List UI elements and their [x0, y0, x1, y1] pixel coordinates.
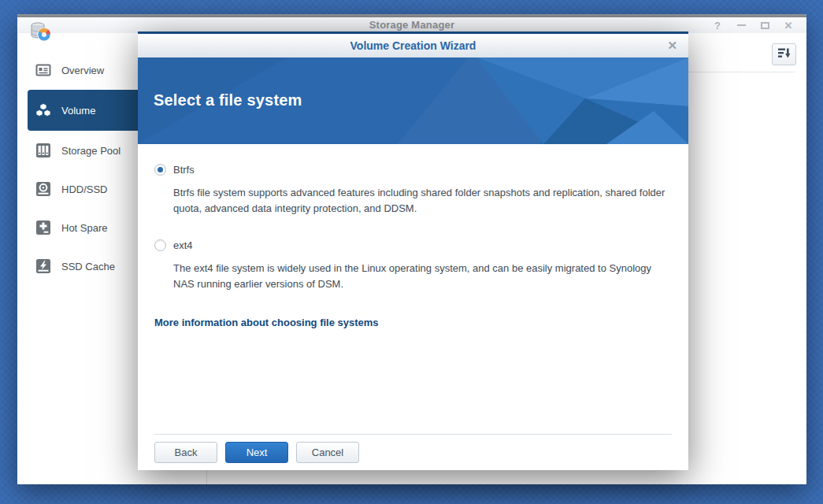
hot-spare-plus-icon [35, 220, 51, 235]
radio-btrfs-icon[interactable] [154, 164, 166, 176]
storage-pool-icon [35, 143, 51, 158]
option-ext4-label: ext4 [173, 239, 193, 251]
sidebar-item-label: Hot Spare [61, 222, 108, 234]
overview-card-icon [35, 62, 51, 78]
sidebar-item-label: Storage Pool [61, 145, 120, 157]
close-icon[interactable]: ✕ [783, 20, 794, 31]
radio-ext4-icon[interactable] [154, 239, 166, 251]
dialog-title: Volume Creation Wizard [350, 39, 476, 52]
cancel-button[interactable]: Cancel [296, 442, 359, 463]
option-ext4-description: The ext4 file system is widely used in t… [173, 261, 665, 292]
maximize-icon[interactable] [759, 20, 770, 31]
option-btrfs[interactable]: Btrfs [154, 164, 672, 176]
back-button[interactable]: Back [154, 442, 217, 463]
storage-manager-app-icon [29, 20, 53, 43]
ssd-cache-lightning-icon [35, 258, 51, 274]
window-title: Storage Manager [17, 19, 806, 31]
wizard-body: Btrfs Btrfs file system supports advance… [138, 144, 688, 329]
next-button[interactable]: Next [225, 442, 288, 463]
wizard-banner: Select a file system [138, 57, 688, 144]
sidebar-item-label: Overview [61, 65, 104, 76]
hdd-ssd-icon [35, 181, 51, 197]
wizard-heading: Select a file system [154, 91, 302, 109]
dialog-titlebar: Volume Creation Wizard ✕ [138, 34, 688, 57]
window-titlebar: Storage Manager ? ✕ [17, 17, 806, 33]
volume-creation-wizard-dialog: Volume Creation Wizard ✕ Select a file s… [138, 32, 688, 470]
wizard-footer: Back Next Cancel [154, 434, 672, 470]
sidebar-item-label: SSD Cache [61, 261, 115, 272]
sort-button[interactable] [772, 43, 796, 65]
sidebar-item-label: Volume [61, 105, 95, 117]
sidebar-item-label: HDD/SSD [61, 183, 108, 195]
option-btrfs-description: Btrfs file system supports advanced feat… [173, 185, 665, 217]
dialog-close-icon[interactable]: ✕ [667, 34, 677, 57]
volume-cubes-icon [35, 102, 51, 118]
option-ext4[interactable]: ext4 [154, 239, 672, 251]
help-icon[interactable]: ? [712, 20, 723, 31]
sort-descending-icon [777, 47, 791, 62]
file-system-info-link[interactable]: More information about choosing file sys… [154, 317, 379, 328]
option-btrfs-label: Btrfs [173, 164, 195, 176]
minimize-icon[interactable] [736, 20, 747, 31]
